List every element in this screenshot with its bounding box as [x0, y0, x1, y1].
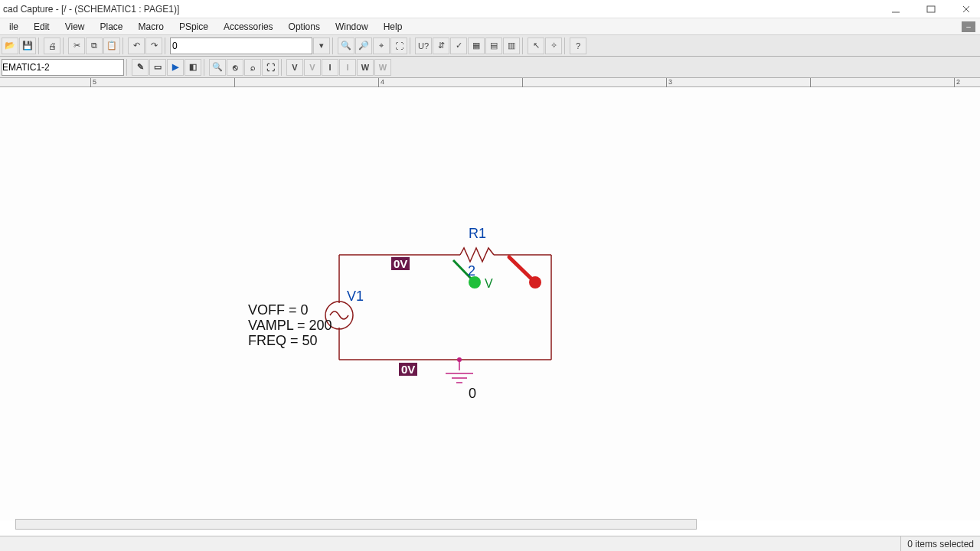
svg-point-19 [529, 276, 541, 289]
vsource-freq-label[interactable]: FREQ = 50 [248, 333, 318, 348]
menu-window[interactable]: Window [328, 20, 376, 34]
vsource-vampl-label[interactable]: VAMPL = 200 [248, 318, 332, 333]
voltage-probe-label[interactable]: V [485, 277, 493, 291]
new-profile-button[interactable]: ✎ [132, 59, 149, 76]
floppy-icon: 💾 [22, 41, 33, 51]
open-button[interactable]: 📂 [2, 37, 18, 54]
save-button[interactable]: 💾 [19, 37, 36, 54]
menu-pspice[interactable]: PSpice [172, 20, 216, 34]
ruler-tick [234, 78, 237, 87]
help-icon: ? [576, 41, 580, 51]
pointer-icon: ↖ [533, 41, 540, 51]
toolbar-main: 📂 💾 🖨 ✂ ⧉ 📋 ↶ ↷ ▾ 🔍 🔎 ⌖ ⛶ U? ⇵ ✓ ▦ ▤ ▥ ↖… [0, 35, 980, 57]
probe-zoom-button[interactable]: ⌕ [244, 59, 261, 76]
menu-macro[interactable]: Macro [131, 20, 172, 34]
folder-icon: 📂 [5, 41, 15, 51]
simprofile-select[interactable] [2, 59, 124, 76]
probe-icon: ⎋ [233, 63, 238, 72]
ruler-tick: 2 [954, 78, 960, 87]
zoom-out-icon: 🔎 [358, 41, 369, 51]
scissors-icon: ✂ [74, 41, 80, 51]
zoom-in-icon: 🔍 [341, 41, 351, 51]
probe-toggle-button[interactable]: ⎋ [227, 59, 243, 76]
vsource-voff-label[interactable]: VOFF = 0 [248, 302, 309, 318]
print-button[interactable]: 🖨 [44, 37, 60, 54]
probe-zoom-icon: ⌕ [250, 63, 256, 72]
zoom-in-button[interactable]: 🔍 [338, 37, 354, 54]
vsource-ref-label[interactable]: V1 [347, 289, 364, 305]
tool-grid3-button[interactable]: ▥ [503, 37, 520, 54]
marker-i2-button[interactable]: I [339, 59, 356, 76]
chevron-down-icon: ▾ [319, 41, 324, 51]
window-title: cad Capture - [/ - (SCHEMATIC1 : PAGE1)] [3, 4, 885, 15]
tool-grid1-button[interactable]: ▦ [468, 37, 485, 54]
tool-grid2-button[interactable]: ▤ [485, 37, 502, 54]
play-icon: ▶ [172, 62, 178, 72]
results-icon: ◧ [189, 62, 197, 72]
cut-button[interactable]: ✂ [68, 37, 85, 54]
menu-edit[interactable]: Edit [26, 20, 57, 34]
close-document-button[interactable]: – [962, 21, 975, 32]
marker-w-button[interactable]: W [357, 59, 374, 76]
marker-w2-button[interactable]: W [374, 59, 391, 76]
tool-sort-button[interactable]: ⇵ [433, 37, 449, 54]
tool-u-button[interactable]: U? [415, 37, 432, 54]
run-button[interactable]: ▶ [167, 59, 184, 76]
statusbar: 0 items selected [0, 536, 980, 551]
menu-file[interactable]: ile [2, 20, 26, 34]
ruler-tick [522, 78, 524, 87]
zoom-area-button[interactable]: ⌖ [373, 37, 390, 54]
zoom-tool2-button[interactable]: 🔍 [209, 59, 226, 76]
toolbar-pspice: ✎ ▭ ▶ ◧ 🔍 ⎋ ⌕ ⛶ V V I I W W [0, 57, 980, 78]
resistor-ref-label[interactable]: R1 [469, 226, 486, 242]
help-button[interactable]: ? [570, 37, 586, 54]
part-search-input[interactable] [170, 37, 312, 54]
horizontal-scrollbar[interactable] [15, 519, 697, 530]
schematic-drawing [0, 87, 980, 520]
probe-area-icon: ⛶ [266, 63, 275, 72]
svg-rect-1 [927, 6, 935, 12]
part-search-dropdown-button[interactable]: ▾ [313, 37, 330, 54]
pointer-button[interactable]: ↖ [528, 37, 544, 54]
paste-icon: 📋 [106, 41, 117, 51]
minimize-button[interactable] [885, 2, 906, 16]
marker-vdiff-button[interactable]: V [304, 59, 321, 76]
resistor-value-label[interactable]: 2 [468, 263, 475, 279]
marker-i-button[interactable]: I [322, 59, 338, 76]
net-label-bottom[interactable]: 0V [399, 363, 417, 376]
paste-button[interactable]: 📋 [103, 37, 120, 54]
tool-check-button[interactable]: ✓ [450, 37, 467, 54]
ruler-tick: 4 [378, 78, 384, 87]
menu-place[interactable]: Place [93, 20, 131, 34]
ruler-tick: 5 [90, 78, 96, 87]
zoom-fit-icon: ⛶ [395, 41, 403, 51]
horizontal-ruler: 5 4 3 2 [0, 78, 980, 87]
copy-icon: ⧉ [91, 41, 97, 51]
magnifier-icon: 🔍 [212, 62, 223, 72]
close-button[interactable] [956, 2, 977, 16]
edit-profile-button[interactable]: ▭ [149, 59, 166, 76]
view-results-button[interactable]: ◧ [185, 59, 201, 76]
schematic-canvas[interactable]: R1 2 0V 0V V1 VOFF = 0 VAMPL = 200 FREQ … [0, 87, 980, 520]
maximize-button[interactable] [920, 2, 942, 16]
zoom-fit-button[interactable]: ⛶ [390, 37, 407, 54]
probe-area-button[interactable]: ⛶ [262, 59, 279, 76]
ruler-tick [810, 78, 812, 87]
net-label-top[interactable]: 0V [391, 257, 410, 270]
menu-view[interactable]: View [57, 20, 93, 34]
snap-button[interactable]: ✧ [545, 37, 562, 54]
undo-icon: ↶ [133, 41, 140, 51]
redo-button[interactable]: ↷ [145, 37, 162, 54]
zoom-out-button[interactable]: 🔎 [355, 37, 372, 54]
printer-icon: 🖨 [48, 41, 57, 51]
menu-options[interactable]: Options [281, 20, 328, 34]
menu-help[interactable]: Help [376, 20, 410, 34]
ruler-tick: 3 [666, 78, 672, 87]
menu-accessories[interactable]: Accessories [216, 20, 281, 34]
redo-icon: ↷ [151, 41, 158, 51]
new-profile-icon: ✎ [137, 62, 144, 72]
ground-label[interactable]: 0 [469, 386, 476, 402]
copy-button[interactable]: ⧉ [86, 37, 103, 54]
marker-v-button[interactable]: V [286, 59, 303, 76]
undo-button[interactable]: ↶ [128, 37, 145, 54]
